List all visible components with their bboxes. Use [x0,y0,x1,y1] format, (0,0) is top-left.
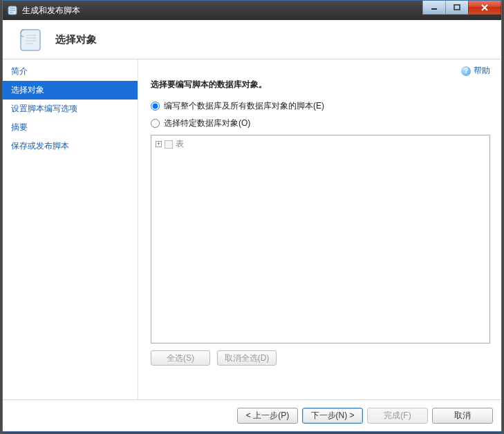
body: 简介 选择对象 设置脚本编写选项 摘要 保存或发布脚本 ? 帮助 选择要编写脚本… [3,59,501,399]
sidebar-item-summary[interactable]: 摘要 [3,118,138,137]
back-button-label: < 上一步(P) [246,410,289,422]
footer: < 上一步(P) 下一步(N) > 完成(F) 取消 [3,399,501,431]
tree-checkbox [165,140,173,149]
help-label: 帮助 [474,65,490,77]
dialog-window: 生成和发布脚本 选择对象 简 [2,0,502,432]
radio-option-all[interactable]: 编写整个数据库及所有数据库对象的脚本(E) [151,100,490,112]
script-icon [18,26,46,53]
app-icon [7,5,18,16]
sidebar-item-select-objects[interactable]: 选择对象 [3,81,138,100]
maximize-button[interactable] [445,1,469,15]
sidebar-item-intro[interactable]: 简介 [3,62,138,81]
sidebar-item-save-publish[interactable]: 保存或发布脚本 [3,137,138,155]
cancel-button-label: 取消 [454,410,471,422]
minimize-button[interactable] [422,1,446,15]
content: ? 帮助 选择要编写脚本的数据库对象。 编写整个数据库及所有数据库对象的脚本(E… [138,59,501,399]
next-button-label: 下一步(N) > [311,410,355,422]
expand-icon[interactable]: + [156,141,162,147]
tree-root-row: + 表 [156,138,485,150]
titlebar: 生成和发布脚本 [3,1,501,20]
window-controls [423,1,501,15]
radio-specific-input[interactable] [151,119,160,128]
prompt-text: 选择要编写脚本的数据库对象。 [151,79,490,91]
sidebar: 简介 选择对象 设置脚本编写选项 摘要 保存或发布脚本 [3,59,138,399]
radio-option-specific[interactable]: 选择特定数据库对象(O) [151,117,490,129]
cancel-button[interactable]: 取消 [432,408,493,424]
back-button[interactable]: < 上一步(P) [237,408,298,424]
finish-button-label: 完成(F) [384,410,411,422]
window-title: 生成和发布脚本 [22,5,80,17]
svg-rect-2 [454,5,460,10]
radio-specific-label: 选择特定数据库对象(O) [164,117,250,129]
sidebar-item-set-options[interactable]: 设置脚本编写选项 [3,100,138,118]
help-link[interactable]: ? 帮助 [461,65,490,77]
finish-button: 完成(F) [367,408,428,424]
tree-root-label: 表 [176,138,184,150]
deselect-all-button: 取消全选(D) [217,350,277,366]
page-title: 选择对象 [55,33,97,46]
radio-all-input[interactable] [151,102,160,111]
object-tree: + 表 [151,135,490,343]
radio-all-label: 编写整个数据库及所有数据库对象的脚本(E) [164,100,324,112]
select-all-button: 全选(S) [151,350,210,366]
next-button[interactable]: 下一步(N) > [302,408,363,424]
close-button[interactable] [468,1,501,15]
help-icon: ? [461,66,471,76]
header: 选择对象 [3,20,501,59]
selection-buttons: 全选(S) 取消全选(D) [151,350,490,366]
